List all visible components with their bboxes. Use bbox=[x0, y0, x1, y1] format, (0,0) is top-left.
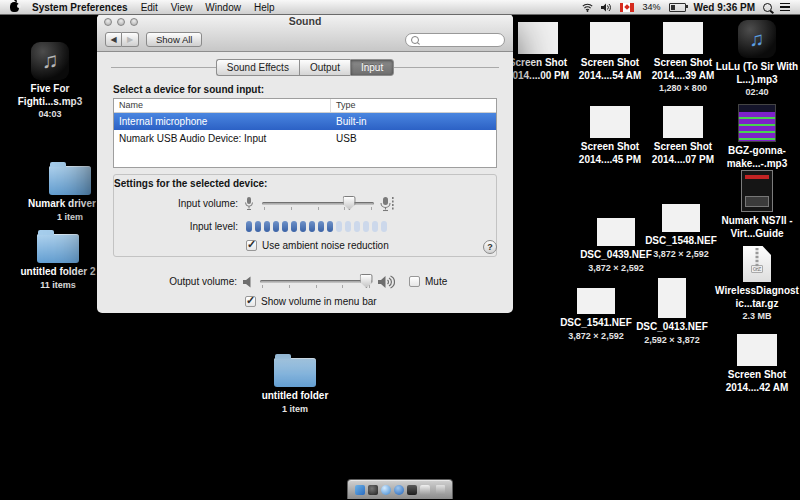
menu-item-help[interactable]: Help bbox=[254, 2, 275, 13]
input-device-table: Name Type Internal microphone Built-in N… bbox=[113, 98, 497, 168]
table-row-numark-usb[interactable]: Numark USB Audio Device: Input USB bbox=[114, 130, 496, 147]
screenshot-thumbnail-icon bbox=[663, 106, 703, 138]
input-volume-slider[interactable] bbox=[262, 196, 374, 211]
desktop-icon-dsc1541-nef[interactable]: DSC_1541.NEF 3,872 × 2,592 bbox=[556, 288, 636, 341]
wifi-icon[interactable] bbox=[582, 3, 593, 12]
level-segment bbox=[354, 221, 360, 232]
minimize-window-button[interactable] bbox=[117, 18, 125, 26]
output-volume-slider[interactable] bbox=[260, 274, 372, 289]
folder-icon bbox=[49, 166, 91, 195]
apple-menu-icon[interactable] bbox=[10, 2, 19, 12]
level-segment bbox=[336, 221, 342, 232]
window-title-bar[interactable]: Sound ◀ ▶ Show All bbox=[97, 14, 513, 52]
menu-item-window[interactable]: Window bbox=[205, 2, 241, 13]
level-segment bbox=[255, 221, 261, 232]
screenshot-thumbnail-icon bbox=[737, 334, 777, 366]
device-guide-icon bbox=[741, 170, 773, 212]
dock-app-icon[interactable] bbox=[368, 485, 378, 495]
device-settings-box: Settings for the selected device: Input … bbox=[113, 174, 497, 257]
search-icon bbox=[411, 36, 419, 44]
level-segment bbox=[345, 221, 351, 232]
screenshot-thumbnail-icon bbox=[590, 106, 630, 138]
battery-percent: 34% bbox=[642, 2, 660, 12]
screenshot-thumbnail-icon bbox=[518, 22, 558, 54]
tab-sound-effects[interactable]: Sound Effects bbox=[216, 59, 299, 76]
input-level-row: Input level: bbox=[114, 219, 496, 234]
photo-thumbnail-icon bbox=[597, 218, 635, 246]
column-header-name[interactable]: Name bbox=[114, 99, 331, 112]
back-button[interactable]: ◀ bbox=[105, 32, 122, 47]
device-section-label: Select a device for sound input: bbox=[113, 84, 264, 95]
level-segment bbox=[363, 221, 369, 232]
dock bbox=[347, 479, 453, 499]
column-header-type[interactable]: Type bbox=[331, 99, 356, 112]
tab-bar: Sound Effects Output Input bbox=[97, 59, 513, 76]
desktop-icon-five-for-fighting-mp3[interactable]: Five For Fighti...s.mp3 04:03 bbox=[6, 42, 94, 119]
dock-safari-icon[interactable] bbox=[381, 485, 391, 495]
screenshot-thumbnail-icon bbox=[663, 22, 703, 54]
forward-button[interactable]: ▶ bbox=[122, 32, 139, 47]
desktop-icon-lulu-mp3[interactable]: LuLu (To Sir With L...).mp3 02:40 bbox=[715, 20, 799, 97]
desktop-icon-screenshot[interactable]: Screen Shot 2014....45 PM bbox=[570, 106, 650, 166]
level-segment bbox=[309, 221, 315, 232]
level-segment bbox=[273, 221, 279, 232]
dock-finder-icon[interactable] bbox=[355, 485, 365, 495]
dock-trash-icon[interactable] bbox=[436, 485, 445, 495]
level-segment bbox=[264, 221, 270, 232]
dock-app-icon[interactable] bbox=[394, 485, 404, 495]
desktop-icon-dsc1548-nef[interactable]: DSC_1548.NEF 3,872 × 2,592 bbox=[641, 204, 721, 259]
level-segment bbox=[300, 221, 306, 232]
desktop-icon-numark-guide[interactable]: Numark NS7II - Virt...Guide bbox=[715, 170, 799, 240]
battery-icon[interactable] bbox=[669, 3, 686, 12]
tab-output[interactable]: Output bbox=[299, 59, 350, 76]
search-field[interactable] bbox=[405, 33, 505, 47]
folder-icon bbox=[37, 234, 79, 263]
desktop-icon-untitled-folder[interactable]: untitled folder 1 item bbox=[253, 358, 337, 414]
show-volume-checkbox[interactable] bbox=[245, 296, 256, 307]
level-segment bbox=[282, 221, 288, 232]
table-row-internal-microphone[interactable]: Internal microphone Built-in bbox=[114, 113, 496, 130]
zoom-window-button[interactable] bbox=[130, 18, 138, 26]
level-segment bbox=[372, 221, 378, 232]
gzip-archive-icon: GZ bbox=[743, 246, 771, 282]
desktop-icon-screenshot[interactable]: Screen Shot 2014....54 AM bbox=[570, 22, 650, 82]
level-segment bbox=[291, 221, 297, 232]
desktop-icon-untitled-folder-2[interactable]: untitled folder 2 11 items bbox=[16, 234, 100, 290]
desktop-icon-screenshot[interactable]: Screen Shot 2014....42 AM bbox=[717, 334, 797, 394]
tab-input[interactable]: Input bbox=[350, 59, 394, 76]
desktop-icon-dsc0413-nef[interactable]: DSC_0413.NEF 2,592 × 3,872 bbox=[632, 278, 712, 345]
input-level-label: Input level: bbox=[114, 221, 238, 232]
ambient-noise-checkbox[interactable] bbox=[246, 240, 257, 251]
volume-menu-icon[interactable] bbox=[601, 3, 612, 12]
menu-app-name[interactable]: System Preferences bbox=[32, 2, 128, 13]
dock-document-icon[interactable] bbox=[420, 485, 430, 495]
spotlight-icon[interactable] bbox=[763, 3, 772, 12]
desktop-icon-screenshot[interactable]: Screen Shot 2014....07 PM bbox=[643, 106, 723, 166]
help-button[interactable]: ? bbox=[483, 240, 497, 254]
desktop-icon-screenshot[interactable]: Screen Shot 2014....39 AM 1,280 × 800 bbox=[643, 22, 723, 93]
mute-checkbox[interactable] bbox=[409, 276, 420, 287]
table-header: Name Type bbox=[114, 99, 496, 113]
mute-label: Mute bbox=[425, 276, 447, 287]
photo-thumbnail-icon bbox=[658, 278, 686, 318]
close-window-button[interactable] bbox=[104, 18, 112, 26]
photo-thumbnail-icon bbox=[577, 288, 615, 314]
microphone-loud-icon bbox=[380, 196, 394, 212]
level-segment bbox=[246, 221, 252, 232]
microphone-quiet-icon bbox=[244, 196, 254, 211]
input-volume-row: Input volume: bbox=[114, 196, 496, 211]
input-volume-label: Input volume: bbox=[114, 198, 238, 209]
ambient-noise-label: Use ambient noise reduction bbox=[262, 240, 389, 251]
show-all-button[interactable]: Show All bbox=[146, 32, 202, 47]
search-input[interactable] bbox=[422, 35, 499, 45]
canada-flag-icon[interactable] bbox=[620, 3, 634, 12]
ambient-noise-row: Use ambient noise reduction bbox=[114, 238, 496, 253]
desktop-icon-wireless-diagnostics-gz[interactable]: GZ WirelessDiagnostic...tar.gz 2.3 MB bbox=[715, 246, 799, 321]
dock-app-icon[interactable] bbox=[407, 485, 417, 495]
notification-center-icon[interactable] bbox=[780, 3, 790, 12]
input-level-meter bbox=[246, 221, 387, 232]
menu-clock[interactable]: Wed 9:36 PM bbox=[694, 2, 756, 13]
menu-item-edit[interactable]: Edit bbox=[141, 2, 158, 13]
level-segment bbox=[327, 221, 333, 232]
menu-item-view[interactable]: View bbox=[171, 2, 193, 13]
